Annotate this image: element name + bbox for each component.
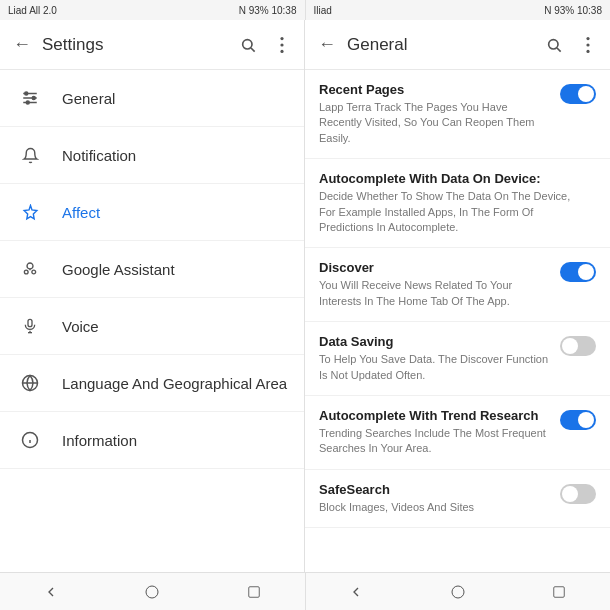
svg-point-28 bbox=[146, 586, 158, 598]
svg-point-8 bbox=[25, 92, 28, 95]
affect-icon bbox=[16, 198, 44, 226]
settings-title: Settings bbox=[42, 35, 238, 55]
settings-top-bar: ← Settings bbox=[0, 20, 304, 70]
settings-search-icon[interactable] bbox=[238, 35, 258, 55]
svg-point-26 bbox=[586, 43, 589, 46]
svg-point-4 bbox=[280, 49, 283, 52]
svg-point-9 bbox=[32, 97, 35, 100]
autocomplete-device-desc: Decide Whether To Show The Data On The D… bbox=[319, 189, 586, 235]
discover-desc: You Will Receive News Related To Your In… bbox=[319, 278, 550, 309]
list-item-recent-pages[interactable]: Recent Pages Lapp Terra Track The Pages … bbox=[305, 70, 610, 159]
list-item-safesearch[interactable]: SafeSearch Block Images, Videos And Site… bbox=[305, 470, 610, 528]
autocomplete-trend-desc: Trending Searches Include The Most Frequ… bbox=[319, 426, 550, 457]
nav-home-left[interactable] bbox=[139, 579, 165, 605]
general-panel: ← General R bbox=[305, 20, 610, 572]
status-app-left: Liad All 2.0 bbox=[8, 5, 57, 16]
settings-toolbar-icons bbox=[238, 35, 292, 55]
nav-back-right[interactable] bbox=[343, 579, 369, 605]
recent-pages-title: Recent Pages bbox=[319, 82, 550, 97]
discover-title: Discover bbox=[319, 260, 550, 275]
sidebar-item-information-label: Information bbox=[62, 432, 137, 449]
data-saving-desc: To Help You Save Data. The Discover Func… bbox=[319, 352, 550, 383]
svg-point-10 bbox=[26, 101, 29, 104]
svg-point-27 bbox=[586, 49, 589, 52]
settings-more-icon[interactable] bbox=[272, 35, 292, 55]
general-toolbar-icons bbox=[544, 35, 598, 55]
status-info-right: N 93% 10:38 bbox=[544, 5, 602, 16]
status-app-right: Iliad bbox=[314, 5, 332, 16]
status-bar: Liad All 2.0 N 93% 10:38 Iliad N 93% 10:… bbox=[0, 0, 610, 20]
sidebar-item-language-label: Language And Geographical Area bbox=[62, 375, 287, 392]
general-top-bar: ← General bbox=[305, 20, 610, 70]
list-item-autocomplete-trend[interactable]: Autocomplete With Trend Research Trendin… bbox=[305, 396, 610, 470]
settings-back-button[interactable]: ← bbox=[12, 35, 32, 55]
list-item-autocomplete-device[interactable]: Autocomplete With Data On Device: Decide… bbox=[305, 159, 610, 248]
sidebar-item-general-label: General bbox=[62, 90, 115, 107]
sidebar-item-language[interactable]: Language And Geographical Area bbox=[0, 355, 304, 412]
safesearch-desc: Block Images, Videos And Sites bbox=[319, 500, 550, 515]
svg-line-1 bbox=[251, 48, 255, 52]
svg-rect-31 bbox=[554, 586, 565, 597]
svg-point-0 bbox=[243, 39, 252, 48]
voice-icon bbox=[16, 312, 44, 340]
svg-point-25 bbox=[586, 37, 589, 40]
sidebar-item-general[interactable]: General bbox=[0, 70, 304, 127]
data-saving-title: Data Saving bbox=[319, 334, 550, 349]
recent-pages-desc: Lapp Terra Track The Pages You Have Rece… bbox=[319, 100, 550, 146]
nav-recent-left[interactable] bbox=[241, 579, 267, 605]
information-icon bbox=[16, 426, 44, 454]
autocomplete-trend-toggle[interactable] bbox=[560, 410, 596, 430]
sidebar-item-affect[interactable]: Affect bbox=[0, 184, 304, 241]
general-title: General bbox=[347, 35, 544, 55]
recent-pages-toggle[interactable] bbox=[560, 84, 596, 104]
svg-rect-29 bbox=[249, 586, 260, 597]
google-assistant-icon bbox=[16, 255, 44, 283]
settings-list: General Notification bbox=[0, 70, 304, 572]
general-list: Recent Pages Lapp Terra Track The Pages … bbox=[305, 70, 610, 572]
settings-panel: ← Settings bbox=[0, 20, 305, 572]
data-saving-toggle[interactable] bbox=[560, 336, 596, 356]
language-icon bbox=[16, 369, 44, 397]
svg-point-3 bbox=[280, 43, 283, 46]
svg-rect-15 bbox=[28, 319, 32, 326]
sidebar-item-google-assistant[interactable]: Google Assistant bbox=[0, 241, 304, 298]
discover-toggle[interactable] bbox=[560, 262, 596, 282]
sidebar-item-information[interactable]: Information bbox=[0, 412, 304, 469]
general-more-icon[interactable] bbox=[578, 35, 598, 55]
status-info-left: N 93% 10:38 bbox=[239, 5, 297, 16]
notification-icon bbox=[16, 141, 44, 169]
bottom-nav-right bbox=[305, 572, 611, 610]
svg-point-23 bbox=[549, 39, 558, 48]
general-search-icon[interactable] bbox=[544, 35, 564, 55]
bottom-nav-bar bbox=[0, 572, 610, 610]
safesearch-title: SafeSearch bbox=[319, 482, 550, 497]
general-back-button[interactable]: ← bbox=[317, 35, 337, 55]
svg-point-11 bbox=[27, 263, 33, 269]
sidebar-item-voice-label: Voice bbox=[62, 318, 99, 335]
svg-point-12 bbox=[32, 270, 36, 274]
sidebar-item-google-assistant-label: Google Assistant bbox=[62, 261, 175, 278]
list-item-data-saving[interactable]: Data Saving To Help You Save Data. The D… bbox=[305, 322, 610, 396]
status-bar-right: Iliad N 93% 10:38 bbox=[305, 0, 611, 20]
sidebar-item-notification-label: Notification bbox=[62, 147, 136, 164]
sidebar-item-voice[interactable]: Voice bbox=[0, 298, 304, 355]
list-item-discover[interactable]: Discover You Will Receive News Related T… bbox=[305, 248, 610, 322]
svg-line-24 bbox=[557, 48, 561, 52]
sidebar-item-notification[interactable]: Notification bbox=[0, 127, 304, 184]
nav-recent-right[interactable] bbox=[546, 579, 572, 605]
svg-point-30 bbox=[452, 586, 464, 598]
autocomplete-trend-title: Autocomplete With Trend Research bbox=[319, 408, 550, 423]
general-icon bbox=[16, 84, 44, 112]
svg-point-13 bbox=[24, 270, 28, 274]
nav-home-right[interactable] bbox=[445, 579, 471, 605]
safesearch-toggle[interactable] bbox=[560, 484, 596, 504]
bottom-nav-left bbox=[0, 572, 305, 610]
nav-back-left[interactable] bbox=[38, 579, 64, 605]
svg-point-2 bbox=[280, 37, 283, 40]
sidebar-item-affect-label: Affect bbox=[62, 204, 100, 221]
autocomplete-device-title: Autocomplete With Data On Device: bbox=[319, 171, 586, 186]
status-bar-left: Liad All 2.0 N 93% 10:38 bbox=[0, 0, 305, 20]
